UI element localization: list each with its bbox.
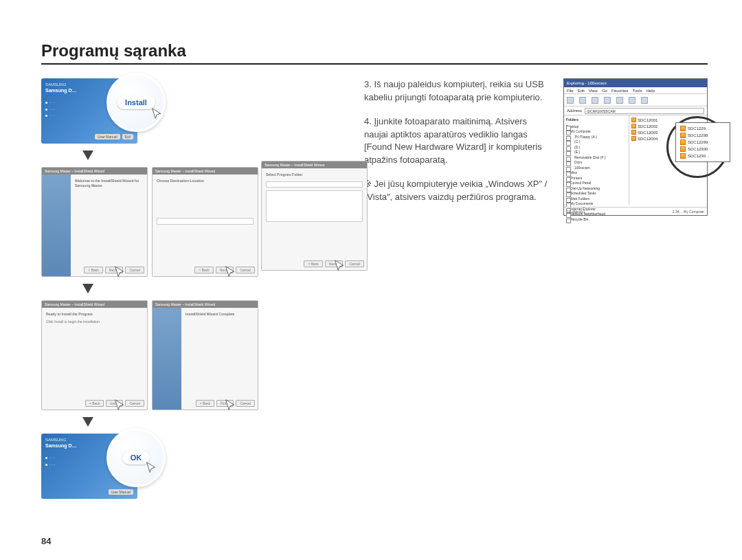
tool-forward[interactable] [579,97,586,104]
folder-tree[interactable]: Folders DesktopMy Computer3½ Floppy (A:)… [564,115,629,205]
user-manual-button[interactable]: User Manual [109,489,133,495]
tree-node[interactable]: Misc [566,170,627,176]
back-button[interactable]: < Back [304,260,322,268]
arrow-down-icon [82,150,93,160]
cancel-button[interactable]: Cancel [236,267,255,274]
file-icon [631,130,636,135]
tree-node[interactable]: Recycle Bin [566,217,627,223]
explorer-toolbar [564,94,707,107]
tree-node[interactable]: Removable Disk (F:) [566,155,627,161]
tree-node[interactable]: Control Panel [566,181,627,186]
tree-node[interactable]: Scheduled Tasks [566,191,627,197]
file-item[interactable]: SDC12004 [631,136,705,141]
explorer-menubar: FileEditViewGoFavoritesToolsHelp [564,87,707,94]
explorer-window: Exploring - 100sscam FileEditViewGoFavor… [563,78,708,216]
wizard-destination: Samsung Master – InstallShield Wizard Ch… [152,167,258,277]
tree-node[interactable]: Dcim [566,160,627,166]
cursor-icon [223,265,238,280]
tree-node[interactable]: (D:) [566,145,627,150]
wizard-titlebar: Samsung Master – InstallShield Wizard [42,301,147,308]
file-icon [631,124,636,128]
wizard-heading: Select Program Folder [266,172,302,177]
back-button[interactable]: < Back [194,267,213,274]
cancel-button[interactable]: Cancel [236,400,255,407]
tool-undo[interactable] [641,97,648,104]
wizard-titlebar: Samsung Master – InstallShield Wizard [42,168,147,175]
status-location: 2.34… My Computer [673,210,704,214]
status-objects: 10 object(s) [567,210,585,214]
file-item[interactable]: SDC12001 [631,117,705,122]
tool-paste[interactable] [629,97,636,104]
menu-help[interactable]: Help [647,89,655,93]
menu-edit[interactable]: Edit [578,89,585,93]
address-field[interactable]: \DCIM\100SSCAM [585,108,704,114]
cursor-icon [113,399,128,414]
cursor-icon [223,399,238,414]
step-3-text: 3. Iš naujo paleidus kompiuterį, reikia … [364,78,552,104]
tree-node[interactable]: Web Folders [566,197,627,202]
menu-favorites[interactable]: Favorites [611,89,629,93]
tree-node[interactable]: Desktop [566,124,627,130]
tree-node[interactable]: My Documents [566,201,627,207]
tree-node[interactable]: (C:) [566,139,627,145]
wizard-titlebar: Samsung Master – InstallShield Wizard [262,161,367,168]
cancel-button[interactable]: Cancel [125,267,144,274]
page-title: Programų sąranka [41,41,708,65]
tree-node[interactable]: 100sscam [566,166,627,171]
tree-node[interactable]: Dial-Up Networking [566,186,627,192]
tool-back[interactable] [567,97,574,104]
file-item[interactable]: SDC12002 [631,124,705,128]
cursor-icon [113,265,128,280]
wizard-heading: Choose Destination Location [157,179,204,183]
wizard-complete: Samsung Master – InstallShield Wizard In… [152,300,258,410]
tool-cut[interactable] [604,97,611,104]
cancel-button[interactable]: Cancel [125,400,144,407]
cursor-icon [150,107,165,122]
wizard-heading: Welcome to the InstallShield Wizard for … [75,179,139,188]
wizard-program-folder: Samsung Master – InstallShield Wizard Se… [261,161,368,271]
back-button[interactable]: < Back [85,400,104,407]
file-icon [631,117,636,122]
menu-view[interactable]: View [589,89,598,93]
wizard-titlebar: Samsung Master – InstallShield Wizard [153,168,258,175]
menu-tools[interactable]: Tools [633,89,642,93]
install-flow-column: SAMSUNG Samsung D… · · · · · · · · · Use… [41,78,344,499]
tool-up[interactable] [592,97,598,104]
arrow-down-icon [82,417,93,427]
tree-heading: Folders [566,117,627,123]
ok-callout: OK [106,428,166,487]
tree-node[interactable]: 3½ Floppy (A:) [566,135,627,140]
wizard-ready: Samsung Master – InstallShield Wizard Re… [41,300,148,410]
arrow-down-icon [82,284,93,293]
step-4-text: 4. Įjunkite fotoaparato maitinimą. Atsiv… [364,115,552,167]
user-manual-button[interactable]: User Manual [95,134,120,139]
cancel-button[interactable]: Cancel [345,260,364,268]
back-button[interactable]: < Back [84,267,102,274]
back-button[interactable]: < Back [196,400,214,407]
wizard-subtext: Click Install to begin the installation. [46,320,143,324]
tree-node[interactable]: Printers [566,176,627,181]
tool-copy[interactable] [616,97,623,104]
file-icon [631,136,636,141]
tree-node[interactable]: (E:) [566,150,627,155]
menu-go[interactable]: Go [602,89,607,93]
page-number: 84 [41,536,51,546]
exit-button[interactable]: Exit [122,134,133,139]
wizard-titlebar: Samsung Master – InstallShield Wizard [153,301,258,308]
wizard-heading: Ready to Install the Program [46,312,93,316]
install-callout: Install [106,73,166,132]
address-label: Address [567,109,582,113]
file-list[interactable]: SDC12001SDC12002SDC12003SDC12004 [629,115,707,205]
cursor-icon [144,461,159,476]
tree-node[interactable]: My Computer [566,129,627,135]
file-item[interactable]: SDC12003 [631,130,705,135]
wizard-welcome: Samsung Master – InstallShield Wizard We… [41,167,148,277]
wizard-heading: InstallShield Wizard Complete [186,312,234,316]
cursor-icon [333,259,348,274]
note-text: ※ Jei jūsų kompiuteryje veikia „Windows … [364,178,552,204]
explorer-titlebar: Exploring - 100sscam [564,79,707,87]
menu-file[interactable]: File [567,89,574,93]
